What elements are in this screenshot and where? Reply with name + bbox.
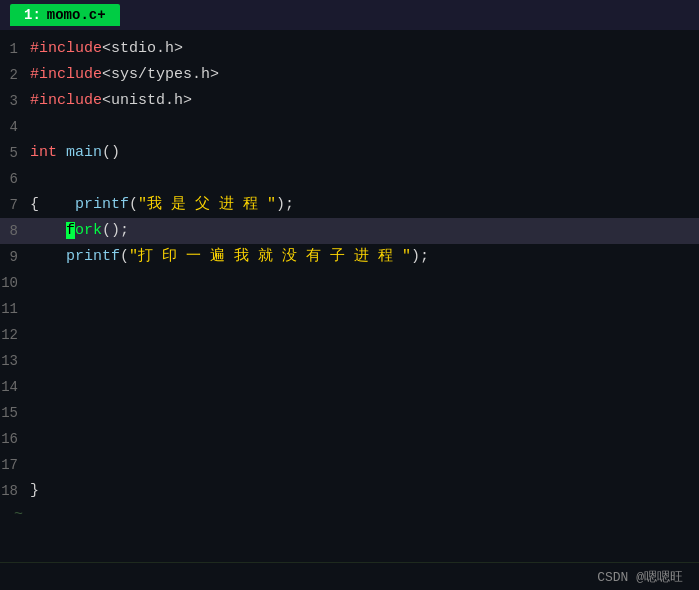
line-content-8: fork();: [30, 218, 129, 244]
code-line-18: 18 }: [0, 478, 699, 504]
line-content-2: #include<sys/types.h>: [30, 62, 219, 88]
line-num-4: 4: [0, 114, 30, 140]
line-num-17: 17: [0, 452, 30, 478]
code-area: 1 #include<stdio.h> 2 #include<sys/types…: [0, 30, 699, 562]
code-line-12: 12: [0, 322, 699, 348]
line-num-2: 2: [0, 62, 30, 88]
line-content-1: #include<stdio.h>: [30, 36, 183, 62]
code-line-2: 2 #include<sys/types.h>: [0, 62, 699, 88]
line-num-10: 10: [0, 270, 30, 296]
code-line-4: 4: [0, 114, 699, 140]
code-line-11: 11: [0, 296, 699, 322]
line-content-9: printf("打 印 一 遍 我 就 没 有 子 进 程 ");: [30, 244, 429, 270]
code-line-5: 5 int main(): [0, 140, 699, 166]
code-line-3: 3 #include<unistd.h>: [0, 88, 699, 114]
code-line-17: 17: [0, 452, 699, 478]
line-num-5: 5: [0, 140, 30, 166]
line-num-14: 14: [0, 374, 30, 400]
code-line-14: 14: [0, 374, 699, 400]
line-content-7: { printf("我 是 父 进 程 ");: [30, 192, 294, 218]
line-num-9: 9: [0, 244, 30, 270]
tab-number: 1:: [24, 7, 41, 23]
line-content-5: int main(): [30, 140, 120, 166]
code-line-13: 13: [0, 348, 699, 374]
code-line-16: 16: [0, 426, 699, 452]
tilde-1: ~: [14, 504, 699, 526]
code-line-7: 7 { printf("我 是 父 进 程 ");: [0, 192, 699, 218]
line-content-18: }: [30, 478, 39, 504]
line-num-15: 15: [0, 400, 30, 426]
title-bar: 1:momo.c+: [0, 0, 699, 30]
line-content-3: #include<unistd.h>: [30, 88, 192, 114]
line-num-16: 16: [0, 426, 30, 452]
line-num-11: 11: [0, 296, 30, 322]
code-line-1: 1 #include<stdio.h>: [0, 36, 699, 62]
code-line-10: 10: [0, 270, 699, 296]
line-num-12: 12: [0, 322, 30, 348]
line-num-7: 7: [0, 192, 30, 218]
line-num-3: 3: [0, 88, 30, 114]
line-num-1: 1: [0, 36, 30, 62]
line-num-18: 18: [0, 478, 30, 504]
line-num-6: 6: [0, 166, 30, 192]
file-tab[interactable]: 1:momo.c+: [10, 4, 120, 26]
code-line-8: 8 fork();: [0, 218, 699, 244]
code-line-6: 6: [0, 166, 699, 192]
line-num-8: 8: [0, 218, 30, 244]
tab-filename: momo.c+: [47, 7, 106, 23]
line-num-13: 13: [0, 348, 30, 374]
code-line-9: 9 printf("打 印 一 遍 我 就 没 有 子 进 程 ");: [0, 244, 699, 270]
code-line-15: 15: [0, 400, 699, 426]
editor-container: 1:momo.c+ 1 #include<stdio.h> 2 #include…: [0, 0, 699, 590]
footer: CSDN @嗯嗯旺: [0, 562, 699, 590]
footer-credit: CSDN @嗯嗯旺: [597, 568, 683, 586]
tilde-area: ~: [0, 504, 699, 526]
